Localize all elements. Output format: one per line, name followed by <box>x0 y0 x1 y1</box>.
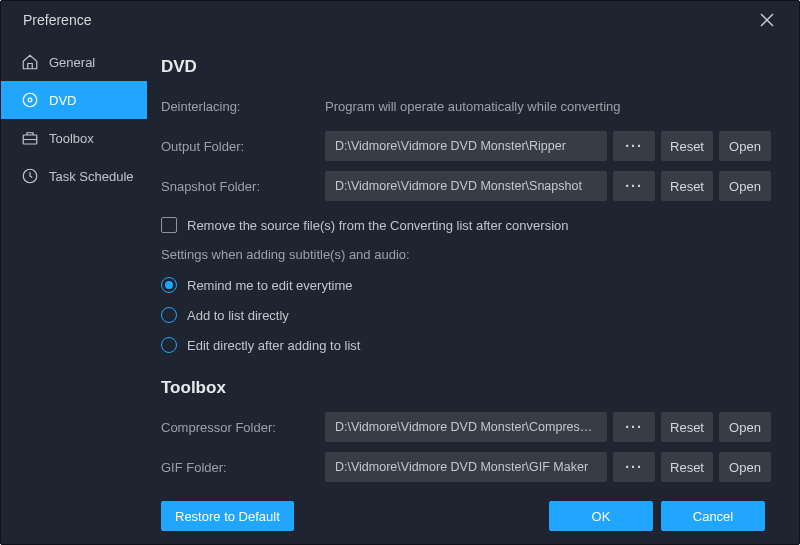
radio-label: Remind me to edit everytime <box>187 278 352 293</box>
output-folder-path[interactable]: D:\Vidmore\Vidmore DVD Monster\Ripper <box>325 131 607 161</box>
content-pane[interactable]: DVD Deinterlacing: Program will operate … <box>147 39 799 488</box>
row-compressor-folder: Compressor Folder: D:\Vidmore\Vidmore DV… <box>161 410 771 444</box>
subtitle-settings-heading: Settings when adding subtitle(s) and aud… <box>161 247 771 262</box>
output-folder-reset-button[interactable]: Reset <box>661 131 713 161</box>
snapshot-folder-path[interactable]: D:\Vidmore\Vidmore DVD Monster\Snapshot <box>325 171 607 201</box>
gif-folder-label: GIF Folder: <box>161 460 319 475</box>
row-output-folder: Output Folder: D:\Vidmore\Vidmore DVD Mo… <box>161 129 771 163</box>
sidebar: General DVD Toolbox Task Schedule <box>1 39 147 488</box>
output-folder-open-button[interactable]: Open <box>719 131 771 161</box>
sidebar-item-label: DVD <box>49 93 76 108</box>
deinterlacing-value: Program will operate automatically while… <box>325 99 621 114</box>
compressor-folder-reset-button[interactable]: Reset <box>661 412 713 442</box>
toolbox-icon <box>21 129 39 147</box>
clock-icon <box>21 167 39 185</box>
svg-point-0 <box>23 93 37 107</box>
gif-folder-path[interactable]: D:\Vidmore\Vidmore DVD Monster\GIF Maker <box>325 452 607 482</box>
ellipsis-icon: ··· <box>625 419 643 435</box>
body: General DVD Toolbox Task Schedule DVD De… <box>1 39 799 488</box>
sidebar-item-label: Toolbox <box>49 131 94 146</box>
titlebar: Preference <box>1 1 799 39</box>
section-heading-toolbox: Toolbox <box>161 378 771 398</box>
radio-label: Add to list directly <box>187 308 289 323</box>
radio-icon <box>161 277 177 293</box>
disc-icon <box>21 91 39 109</box>
radio-label: Edit directly after adding to list <box>187 338 360 353</box>
sidebar-item-toolbox[interactable]: Toolbox <box>1 119 147 157</box>
sidebar-item-dvd[interactable]: DVD <box>1 81 147 119</box>
radio-icon <box>161 337 177 353</box>
sidebar-item-general[interactable]: General <box>1 43 147 81</box>
sidebar-item-label: Task Schedule <box>49 169 134 184</box>
row-snapshot-folder: Snapshot Folder: D:\Vidmore\Vidmore DVD … <box>161 169 771 203</box>
snapshot-folder-open-button[interactable]: Open <box>719 171 771 201</box>
ok-button[interactable]: OK <box>549 501 653 531</box>
deinterlacing-label: Deinterlacing: <box>161 99 319 114</box>
compressor-folder-browse-button[interactable]: ··· <box>613 412 655 442</box>
remove-source-label: Remove the source file(s) from the Conve… <box>187 218 569 233</box>
compressor-folder-path[interactable]: D:\Vidmore\Vidmore DVD Monster\Compresse… <box>325 412 607 442</box>
radio-edit-after-add[interactable]: Edit directly after adding to list <box>161 330 771 360</box>
cancel-button[interactable]: Cancel <box>661 501 765 531</box>
radio-remind-edit[interactable]: Remind me to edit everytime <box>161 270 771 300</box>
radio-icon <box>161 307 177 323</box>
sidebar-item-label: General <box>49 55 95 70</box>
section-heading-dvd: DVD <box>161 57 771 77</box>
home-icon <box>21 53 39 71</box>
sidebar-item-task-schedule[interactable]: Task Schedule <box>1 157 147 195</box>
snapshot-folder-browse-button[interactable]: ··· <box>613 171 655 201</box>
gif-folder-reset-button[interactable]: Reset <box>661 452 713 482</box>
footer: Restore to Default OK Cancel <box>1 488 799 544</box>
snapshot-folder-reset-button[interactable]: Reset <box>661 171 713 201</box>
row-deinterlacing: Deinterlacing: Program will operate auto… <box>161 89 771 123</box>
close-button[interactable] <box>747 1 787 39</box>
output-folder-label: Output Folder: <box>161 139 319 154</box>
radio-add-directly[interactable]: Add to list directly <box>161 300 771 330</box>
ellipsis-icon: ··· <box>625 178 643 194</box>
row-gif-folder: GIF Folder: D:\Vidmore\Vidmore DVD Monst… <box>161 450 771 484</box>
window-title: Preference <box>23 12 91 28</box>
gif-folder-open-button[interactable]: Open <box>719 452 771 482</box>
close-icon <box>760 13 774 27</box>
compressor-folder-open-button[interactable]: Open <box>719 412 771 442</box>
restore-default-button[interactable]: Restore to Default <box>161 501 294 531</box>
remove-source-checkbox[interactable]: Remove the source file(s) from the Conve… <box>161 217 771 233</box>
ellipsis-icon: ··· <box>625 459 643 475</box>
gif-folder-browse-button[interactable]: ··· <box>613 452 655 482</box>
snapshot-folder-label: Snapshot Folder: <box>161 179 319 194</box>
compressor-folder-label: Compressor Folder: <box>161 420 319 435</box>
output-folder-browse-button[interactable]: ··· <box>613 131 655 161</box>
checkbox-box-icon <box>161 217 177 233</box>
ellipsis-icon: ··· <box>625 138 643 154</box>
preference-window: Preference General DVD Toolbox Task Sche… <box>0 0 800 545</box>
svg-point-1 <box>28 98 32 102</box>
